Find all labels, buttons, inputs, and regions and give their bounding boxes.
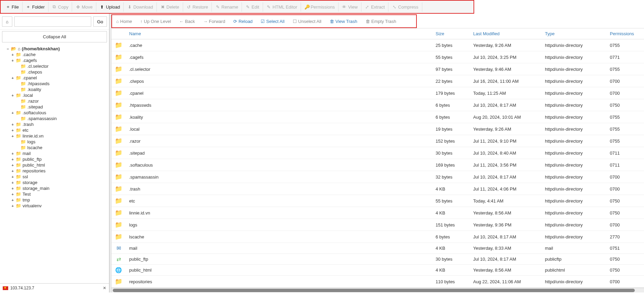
tree-item[interactable]: +📁Test bbox=[6, 191, 106, 197]
tree-item[interactable]: +📁linnie.id.vn bbox=[6, 133, 106, 139]
table-row[interactable]: ✉mail4 KBYesterday, 8:33 AMmail0751 bbox=[111, 243, 644, 254]
tree-item[interactable]: +📁.sitepad bbox=[6, 104, 106, 110]
table-row[interactable]: 📁.koality6 bytesAug 20, 2024, 10:01 AMht… bbox=[111, 111, 644, 123]
table-row[interactable]: 📁.cl.selector97 bytesYesterday, 9:46 AMh… bbox=[111, 63, 644, 75]
tree-root[interactable]: − 📂 ⌂ (/home/bknskhan) bbox=[6, 46, 106, 52]
tree-item[interactable]: +📁virtualenv bbox=[6, 203, 106, 209]
go-button[interactable]: Go bbox=[93, 16, 107, 27]
expand-icon[interactable]: + bbox=[11, 169, 14, 173]
up-one-level-button[interactable]: ↑Up One Level bbox=[136, 17, 175, 26]
expand-icon[interactable]: + bbox=[11, 163, 14, 167]
expand-icon[interactable]: + bbox=[11, 58, 14, 63]
horizontal-scrollbar[interactable] bbox=[111, 288, 644, 292]
tree-item[interactable]: +📁ssl bbox=[6, 174, 106, 180]
tree-item[interactable]: +📁.trash bbox=[6, 121, 106, 127]
tree-item[interactable]: +📁.local bbox=[6, 92, 106, 98]
path-input[interactable] bbox=[14, 16, 91, 27]
column-icon[interactable] bbox=[111, 28, 126, 39]
column-permissions[interactable]: Permissions bbox=[606, 28, 644, 39]
home-button[interactable]: ⌂Home bbox=[112, 17, 136, 26]
upload-button[interactable]: ⬆Upload bbox=[96, 2, 124, 12]
table-row[interactable]: 📁lscache6 bytesJul 10, 2024, 8:17 AMhttp… bbox=[111, 231, 644, 243]
table-row[interactable]: 📁.trash4 KBJul 11, 2024, 4:06 PMhttpd/un… bbox=[111, 183, 644, 195]
view-trash-button[interactable]: 🗑View Trash bbox=[326, 17, 361, 26]
tree-item[interactable]: +📁storage_main bbox=[6, 185, 106, 191]
table-row[interactable]: 📁.clwpos22 bytesJul 16, 2024, 11:00 AMht… bbox=[111, 75, 644, 87]
expand-icon[interactable]: + bbox=[11, 204, 14, 208]
permissions-button[interactable]: 🔑Permissions bbox=[301, 2, 339, 12]
close-status-button[interactable]: ✕ bbox=[103, 286, 106, 290]
expand-icon[interactable]: + bbox=[11, 128, 14, 132]
collapse-all-button[interactable]: Collapse All bbox=[2, 31, 107, 42]
tree-item[interactable]: +📁lscache bbox=[6, 145, 106, 151]
tree-item[interactable]: +📁.cache bbox=[6, 52, 106, 57]
expand-icon[interactable]: + bbox=[11, 152, 14, 156]
collapse-icon[interactable]: − bbox=[6, 47, 10, 51]
table-row[interactable]: 📁linnie.id.vn4 KBYesterday, 8:56 AMhttpd… bbox=[111, 207, 644, 219]
expand-icon[interactable]: + bbox=[11, 192, 14, 196]
column-size[interactable]: Size bbox=[432, 28, 470, 39]
file-table-container[interactable]: Name Size Last Modified Type Permissions… bbox=[111, 28, 644, 288]
tree-item[interactable]: +📁.razor bbox=[6, 98, 106, 104]
table-row[interactable]: 📁repositories110 bytesAug 22, 2024, 11:0… bbox=[111, 276, 644, 288]
folder-button[interactable]: ＋Folder bbox=[23, 2, 49, 12]
tree-item[interactable]: +📁.cl.selector bbox=[6, 63, 106, 69]
tree-item[interactable]: +📁mail bbox=[6, 151, 106, 156]
tree-item[interactable]: +📁.htpasswds bbox=[6, 81, 106, 87]
expand-icon[interactable]: + bbox=[11, 53, 14, 57]
tree-item[interactable]: +📁.cagefs bbox=[6, 57, 106, 63]
expand-icon[interactable]: + bbox=[11, 181, 14, 185]
forward-button[interactable]: →Forward bbox=[199, 17, 229, 26]
html-editor-button[interactable]: ✎HTML Editor bbox=[263, 2, 301, 12]
table-row[interactable]: 📁logs151 bytesYesterday, 9:36 PMhttpd/un… bbox=[111, 219, 644, 231]
expand-icon[interactable]: + bbox=[11, 198, 14, 202]
move-button[interactable]: ✥Move bbox=[72, 2, 96, 12]
reload-button[interactable]: ⟳Reload bbox=[229, 17, 257, 26]
table-row[interactable]: 📁.local19 bytesYesterday, 9:26 AMhttpd/u… bbox=[111, 123, 644, 135]
column-last-modified[interactable]: Last Modified bbox=[470, 28, 542, 39]
tree-item[interactable]: +📁etc bbox=[6, 127, 106, 133]
tree-item[interactable]: +📁.cpanel bbox=[6, 75, 106, 81]
table-row[interactable]: 📁.razor152 bytesJul 11, 2024, 9:10 PMhtt… bbox=[111, 135, 644, 147]
tree-item[interactable]: +📁repositories bbox=[6, 168, 106, 174]
table-row[interactable]: 📁.softaculous169 bytesJul 11, 2024, 3:56… bbox=[111, 159, 644, 171]
table-row[interactable]: 📁.cpanel179 bytesToday, 11:25 AMhttpd/un… bbox=[111, 87, 644, 99]
back-button[interactable]: ←Back bbox=[175, 17, 199, 26]
tree-item[interactable]: +📁public_html bbox=[6, 162, 106, 168]
table-row[interactable]: 📁.cache25 bytesYesterday, 9:26 AMhttpd/u… bbox=[111, 39, 644, 51]
compress-button[interactable]: ⤡Compress bbox=[388, 2, 422, 12]
column-name[interactable]: Name bbox=[126, 28, 432, 39]
tree-item[interactable]: +📁public_ftp bbox=[6, 156, 106, 162]
delete-button[interactable]: ✖Delete bbox=[157, 2, 183, 12]
table-row[interactable]: 📁.sitepad30 bytesJul 10, 2024, 8:40 AMht… bbox=[111, 147, 644, 159]
table-row[interactable]: 📁etc55 bytesToday, 4:41 AMhttpd/unix-dir… bbox=[111, 195, 644, 207]
extract-button[interactable]: ⤢Extract bbox=[361, 2, 388, 12]
file-button[interactable]: ＋File bbox=[2, 2, 23, 12]
expand-icon[interactable]: + bbox=[11, 186, 14, 191]
select-all-button[interactable]: ☑Select All bbox=[257, 17, 288, 26]
tree-item[interactable]: +📁logs bbox=[6, 139, 106, 145]
home-path-button[interactable]: ⌂ bbox=[2, 16, 12, 27]
unselect-all-button[interactable]: ☐Unselect All bbox=[289, 17, 326, 26]
tree-item[interactable]: +📁storage bbox=[6, 180, 106, 185]
tree-item[interactable]: +📁.koality bbox=[6, 87, 106, 92]
tree-item[interactable]: +📁tmp bbox=[6, 197, 106, 203]
tree-item[interactable]: +📁.clwpos bbox=[6, 69, 106, 75]
rename-button[interactable]: ✎Rename bbox=[212, 2, 242, 12]
table-row[interactable]: 📁.cagefs55 bytesJul 10, 2024, 3:25 PMhtt… bbox=[111, 51, 644, 63]
expand-icon[interactable]: + bbox=[11, 76, 14, 80]
expand-icon[interactable]: + bbox=[11, 122, 14, 127]
tree-item[interactable]: +📁.spamassassin bbox=[6, 116, 106, 121]
table-row[interactable]: 📁.spamassassin32 bytesJul 10, 2024, 8:17… bbox=[111, 171, 644, 183]
tree-item[interactable]: +📁.softaculous bbox=[6, 110, 106, 116]
expand-icon[interactable]: + bbox=[11, 175, 14, 179]
expand-icon[interactable]: + bbox=[11, 157, 14, 161]
download-button[interactable]: ⬇Download bbox=[124, 2, 157, 12]
empty-trash-button[interactable]: 🗑Empty Trash bbox=[361, 17, 400, 26]
column-type[interactable]: Type bbox=[542, 28, 606, 39]
restore-button[interactable]: ↺Restore bbox=[183, 2, 212, 12]
copy-button[interactable]: ⧉Copy bbox=[49, 2, 72, 12]
table-row[interactable]: 📁.htpasswds6 bytesJul 10, 2024, 8:17 AMh… bbox=[111, 99, 644, 111]
table-row[interactable]: ⇄public_ftp30 bytesJul 10, 2024, 8:17 AM… bbox=[111, 254, 644, 265]
view-button[interactable]: 👁View bbox=[339, 2, 361, 12]
